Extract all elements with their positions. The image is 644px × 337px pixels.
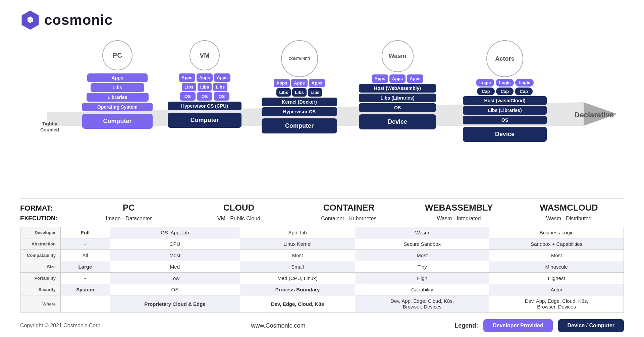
cell-port-cloud: Low (110, 273, 240, 284)
row-label-where: Where (20, 295, 61, 313)
column-wasm: Wasm Apps Apps Apps Host (WebAssembly) L… (359, 40, 436, 129)
wc-logic-1: Logic (476, 79, 494, 87)
pc-os: Operating System (82, 103, 153, 111)
cloud-computer: Computer (168, 113, 241, 128)
legend-device-computer: Device / Computer (558, 319, 624, 332)
wasm-apps-2: Apps (389, 74, 406, 83)
wasm-apps-3: Apps (407, 74, 423, 83)
cell-sec-wasm: Capability (355, 284, 489, 295)
circle-container: CONTAINER (281, 40, 318, 77)
format-webassembly: WEBASSEMBLY (404, 203, 514, 213)
container-libs-2: Libs (292, 88, 307, 97)
wc-host: Host (wasmCloud) (463, 96, 547, 105)
circle-wasm: Wasm (382, 40, 414, 72)
execution-label: EXECUTION: (20, 215, 74, 222)
cell-port-container: Med (CPU, Linux) (240, 273, 355, 284)
cell-sec-pc: System (61, 284, 110, 295)
cloud-hypervisor: Hypervisor OS (CPU) (168, 102, 241, 110)
cell-dev-pc: Full (61, 227, 110, 238)
format-wasmcloud: WASMCLOUD (514, 203, 624, 213)
wasm-host: Host (WebAssembly) (359, 84, 436, 93)
cell-abs-wasmcloud: Sandbox + Capabilities (489, 238, 624, 250)
format-values: PC CLOUD CONTAINER WEBASSEMBLY WASMCLOUD (74, 203, 624, 213)
cell-size-wasm: Tiny (355, 261, 489, 273)
cell-sec-container: Process Boundary (240, 284, 355, 295)
cell-sec-wasmcloud: Actor (489, 284, 624, 295)
cell-compat-wasmcloud: Most (489, 250, 624, 261)
cell-abs-cloud: CPU (110, 238, 240, 250)
table-row-where: Where Proprietary Cloud & Edge Dev, Edge… (20, 295, 624, 313)
format-execution-section: FORMAT: PC CLOUD CONTAINER WEBASSEMBLY W… (20, 198, 624, 222)
container-computer: Computer (262, 118, 337, 133)
container-hypervisor: Hypervisor OS (262, 107, 337, 116)
wc-logic-2: Logic (496, 79, 514, 87)
footer: Copyright © 2021 Cosmonic Corp. www.Cosm… (20, 319, 624, 332)
format-row: FORMAT: PC CLOUD CONTAINER WEBASSEMBLY W… (20, 203, 624, 213)
cloud-libs-3: Libs (213, 83, 227, 91)
container-libs-1: Libs (276, 88, 291, 97)
cell-where-container: Dev, Edge, Cloud, K8s (240, 295, 355, 313)
exec-wasm: Wasm - Integrated (404, 216, 514, 222)
wc-cap-1: Cap (477, 88, 495, 95)
pc-libs: Libs (91, 83, 144, 92)
pc-computer: Computer (82, 114, 153, 129)
cloud-apps-1: Apps (179, 73, 195, 82)
format-cloud: CLOUD (184, 203, 294, 213)
cell-where-wasmcloud: Dev, App, Edge, Cloud, K8s,Browser, Devi… (489, 295, 624, 313)
cell-compat-cloud: Most (110, 250, 240, 261)
copyright-text: Copyright © 2021 Cosmonic Corp. (20, 323, 102, 329)
cell-abs-wasm: Secure Sandbox (355, 238, 489, 250)
cell-abs-container: Linux Kernel (240, 238, 355, 250)
row-label-size: Size (20, 261, 61, 273)
circle-vm: VM (190, 40, 220, 70)
cell-dev-wasmcloud: Business Logic (489, 227, 624, 238)
container-apps-2: Apps (291, 79, 308, 87)
cell-where-pc (61, 295, 110, 313)
wasm-os: OS (359, 103, 436, 112)
tightly-coupled-label: TightlyCoupled (40, 121, 59, 133)
wc-cap-3: Cap (515, 88, 533, 95)
cell-sec-cloud: OS (110, 284, 240, 295)
row-label-security: Security (20, 284, 61, 295)
table-row-developer: Developer Full OS, App, Lib App, Lib Was… (20, 227, 624, 238)
cloud-apps-3: Apps (214, 73, 230, 82)
cell-size-cloud: Med (110, 261, 240, 273)
cell-dev-container: App, Lib (240, 227, 355, 238)
legend-section: Legend: Developer Provided Device / Comp… (454, 319, 624, 332)
cell-where-cloud: Proprietary Cloud & Edge (110, 295, 240, 313)
circle-actors: Actors (486, 40, 523, 77)
cloud-os-2: OS (197, 92, 213, 101)
cloud-os-3: OS (214, 92, 229, 101)
legend-label: Legend: (454, 322, 478, 329)
pc-libraries: Libraries (87, 93, 149, 102)
logo-text: cosmonic (44, 12, 113, 28)
cloud-os-1: OS (180, 92, 196, 101)
cell-dev-cloud: OS, App, Lib (110, 227, 240, 238)
format-label: FORMAT: (20, 204, 74, 213)
wc-logic-3: Logic (515, 79, 534, 87)
column-container: CONTAINER Apps Apps Apps Libs Libs Libs … (262, 40, 337, 133)
cell-compat-wasm: Most (355, 250, 489, 261)
row-label-compat: Compatability (20, 250, 61, 261)
cell-port-wasm: High (355, 273, 489, 284)
header: cosmonic (20, 10, 624, 30)
wasm-libs: Libs (Libraries) (359, 94, 436, 102)
table-row-abstraction: Abstraction - CPU Linux Kernel Secure Sa… (20, 238, 624, 250)
container-kernel: Kernel (Docker) (262, 98, 337, 106)
cell-size-pc: Large (61, 261, 110, 273)
wasm-apps-1: Apps (372, 74, 388, 83)
circle-pc: PC (102, 40, 132, 70)
execution-row: EXECUTION: Image - Datacenter VM - Publi… (20, 215, 624, 222)
row-label-developer: Developer (20, 227, 61, 238)
cloud-apps-2: Apps (197, 73, 213, 82)
column-pc: PC Apps Libs Libraries Operating System … (82, 40, 153, 129)
cell-size-container: Small (240, 261, 355, 273)
wc-cap-2: Cap (496, 88, 514, 95)
cell-compat-container: Most (240, 250, 355, 261)
comparison-table: Developer Full OS, App, Lib App, Lib Was… (20, 227, 624, 313)
column-cloud: VM Apps Apps Apps Libs Libs Libs OS OS O… (168, 40, 241, 128)
cell-port-pc: - (61, 273, 110, 284)
container-apps-1: Apps (274, 79, 290, 87)
legend-developer-provided: Developer Provided (483, 319, 552, 332)
execution-values: Image - Datacenter VM - Public Cloud Con… (74, 216, 624, 222)
